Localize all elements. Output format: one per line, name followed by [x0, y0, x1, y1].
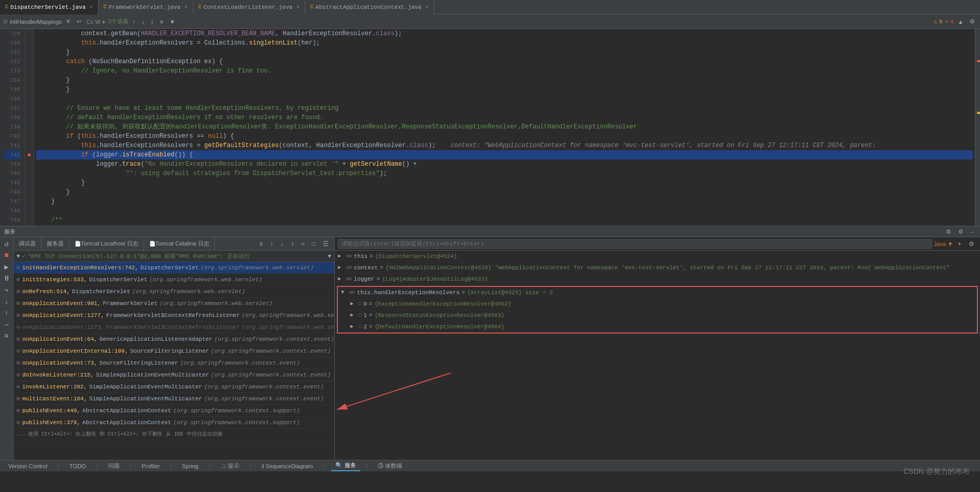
settings-btn[interactable]: ⚙ [968, 17, 977, 26]
tab-dispatcher-servlet[interactable]: C DispatcherServlet.java ✕ [0, 0, 98, 15]
import-btn[interactable]: ↓ [278, 239, 286, 249]
var-item-resolvers[interactable]: ▼ oo this.handlerExceptionResolvers = {A… [338, 287, 977, 298]
stack-method: onApplicationEvent:73, [22, 358, 97, 368]
step-over-icon[interactable]: ↷ [4, 286, 8, 295]
tab-framework-servlet[interactable]: C FrameworkServlet.java ✕ [98, 0, 193, 15]
status-tab-body[interactable]: ③ 体数顿 [374, 461, 406, 471]
async-btn[interactable]: ≈ [299, 239, 307, 249]
lang-selector[interactable]: Java ▼ [934, 241, 953, 247]
tab-tomcat-localhost[interactable]: 📄 Tomcat Localhost 日志 [69, 237, 144, 251]
tab-debugger[interactable]: 调试器 [13, 237, 41, 251]
status-tab-spring[interactable]: Spring [178, 462, 203, 470]
error-count: 4 [950, 19, 954, 25]
expand-icon[interactable]: ▶ [350, 311, 357, 320]
back-btn[interactable]: ↩ [75, 17, 83, 26]
tab-close-icon[interactable]: ✕ [296, 4, 299, 10]
var-item-logger[interactable]: ▶ oo logger = {Log4jAdapter$JavaUtilLog@… [335, 273, 980, 285]
tab-close-icon[interactable]: ✕ [425, 4, 428, 10]
tab-context-loader[interactable]: C ContextLoaderListener.java ✕ [193, 0, 305, 15]
stack-pkg: (org.springframework.web.servlet) [132, 287, 245, 296]
var-item-resolver-0[interactable]: ▶ □ 0 = {ExceptionHandlerExceptionResolv… [338, 298, 977, 310]
var-item-this[interactable]: ▶ oo this = {DispatcherServlet@4524} [335, 251, 980, 262]
step-into-icon[interactable]: ↓ [4, 298, 8, 306]
status-sep5: | [209, 463, 210, 469]
settings-var-btn[interactable]: ⚙ [966, 239, 977, 249]
status-tab-version-control[interactable]: Version Control [4, 462, 51, 470]
expand-icon[interactable]: ▶ [338, 252, 344, 261]
pause-icon[interactable]: ⏸ [3, 274, 10, 283]
tab-tomcat-catalina[interactable]: 📄 Tomcat Catalina 日志 [144, 237, 215, 251]
stack-item-10[interactable]: ⊙ invokeListener:202, SimpleApplicationE… [13, 381, 334, 393]
status-tab-todo[interactable]: TODO [65, 462, 90, 470]
filter-frames-btn[interactable]: ↕ [288, 239, 296, 249]
stack-item-bottom[interactable]: ... 使用 Ctrl+Alt+↑ 向上翻失 和 Ctrl+Alt+↓ 向下翻失… [13, 429, 334, 441]
status-sep3: | [130, 463, 132, 469]
expand-icon[interactable]: ▶ [338, 263, 344, 272]
run-to-cursor-icon[interactable]: → [4, 321, 8, 329]
stack-item-1[interactable]: ⊙ initStrategies:533, DispatcherServlet … [13, 274, 334, 286]
step-out-icon[interactable]: ↑ [4, 309, 8, 317]
stack-item-0[interactable]: ⊙ initHandlerExceptionResolvers:742, Dis… [13, 262, 334, 274]
services-settings-btn[interactable]: ⚙ [944, 227, 953, 236]
stack-item-12[interactable]: ⊙ publishEvent:440, AbstractApplicationC… [13, 405, 334, 417]
var-item-context[interactable]: ▶ oo context = {XmlWebApplicationContext… [335, 262, 980, 273]
list-btn[interactable]: ≡ [158, 18, 165, 26]
add-watch-btn[interactable]: + [955, 239, 964, 249]
status-tab-services[interactable]: 🔍 服务 [331, 460, 360, 471]
var-item-resolver-2[interactable]: ▶ □ 2 = {DefaultHandlerExceptionResolver… [338, 321, 977, 332]
copy-btn[interactable]: □ [309, 239, 318, 249]
expand-icon[interactable]: ▶ [350, 322, 357, 331]
services-header: 服务 ⚙ ⚙ – [0, 226, 980, 237]
var-value: {DefaultHandlerExceptionResolver@4564} [375, 322, 505, 331]
expand-btn[interactable]: ▲ [956, 18, 965, 26]
stack-item-11[interactable]: ⊙ multicastEvent:164, SimpleApplicationE… [13, 393, 334, 405]
call-stack-list[interactable]: ⊙ initHandlerExceptionResolvers:742, Dis… [13, 262, 334, 460]
code-minimap [975, 29, 980, 226]
tab-close-icon[interactable]: ✕ [90, 4, 92, 10]
variables-list[interactable]: ▶ oo this = {DispatcherServlet@4524} ▶ o… [335, 251, 980, 460]
close-method-btn[interactable]: ✕ [64, 17, 73, 26]
thread-expand-icon[interactable]: ▼ [17, 253, 20, 259]
status-tab-issues[interactable]: 问题 [104, 461, 124, 471]
status-tab-sequence[interactable]: il SequenceDiagram [258, 462, 317, 470]
var-name: context [354, 263, 378, 272]
stack-item-3[interactable]: ⊙ onApplicationEvent:901, FrameworkServl… [13, 298, 334, 310]
more-btn[interactable]: ☰ [320, 239, 331, 249]
thread-filter-icon[interactable]: ▼ [328, 253, 331, 259]
code-area[interactable]: context.getBean(HANDLER_EXCEPTION_RESOLV… [34, 29, 975, 226]
stop-icon[interactable]: ■ [4, 251, 8, 259]
restart-icon[interactable]: ↺ [4, 239, 8, 248]
services-close-btn[interactable]: – [969, 227, 976, 236]
filter-btn[interactable]: ▼ [167, 18, 177, 26]
tab-server[interactable]: 服务器 [41, 237, 69, 251]
tab-debugger-label: 调试器 [19, 240, 36, 248]
status-tab-tips[interactable]: △ 提示 [217, 461, 244, 471]
stack-item-6[interactable]: ⊙ onApplicationEvent:64, GenericApplicat… [13, 334, 334, 345]
tab-close-icon[interactable]: ✕ [184, 4, 187, 10]
tab-abstract-app-context[interactable]: C AbstractApplicationContext.java ✕ [305, 0, 434, 15]
expand-icon[interactable]: ▼ [341, 288, 347, 297]
resume-icon[interactable]: ▶ [4, 263, 8, 271]
expand-icon[interactable]: ▶ [350, 299, 357, 309]
sort-frames-btn[interactable]: ≡ [257, 239, 265, 249]
code-line-747: } [36, 197, 973, 206]
stack-item-2[interactable]: ⊙ onRefresh:514, DispatcherServlet (org.… [13, 286, 334, 298]
stack-item-8[interactable]: ⊙ onApplicationEvent:73, SourceFiltering… [13, 357, 334, 369]
var-item-resolver-1[interactable]: ▶ □ 1 = {ResponseStatusExceptionResolver… [338, 310, 977, 321]
code-editor[interactable]: 729 730 731 732 733 734 735 736 737 738 … [0, 29, 980, 226]
var-equals: = [380, 263, 384, 272]
stack-item-4[interactable]: ⊙ onApplicationEvent:1277, FrameworkServ… [13, 310, 334, 322]
stack-item-5[interactable]: ⊙ onApplicationEvent:1273, FrameworkServ… [13, 322, 334, 334]
stack-item-9[interactable]: ⊙ doInvokeListener:215, SimpleApplicatio… [13, 369, 334, 381]
export-btn[interactable]: ↑ [267, 239, 276, 249]
stack-item-13[interactable]: ⊙ publishEvent:379, AbstractApplicationC… [13, 417, 334, 429]
expression-input[interactable] [338, 239, 932, 249]
nav-up-btn[interactable]: ↑ [131, 18, 138, 26]
nav-down-btn[interactable]: ↓ [139, 18, 147, 26]
stack-item-7[interactable]: ⊙ onApplicationEventInternal:109, Source… [13, 345, 334, 357]
expand-icon[interactable]: ▶ [338, 274, 344, 284]
sort-btn[interactable]: ↕ [149, 18, 156, 26]
status-tab-profiler[interactable]: Profiler [137, 462, 164, 470]
services-config-btn[interactable]: ⚙ [956, 227, 965, 236]
evaluate-icon[interactable]: ≡ [4, 332, 8, 340]
